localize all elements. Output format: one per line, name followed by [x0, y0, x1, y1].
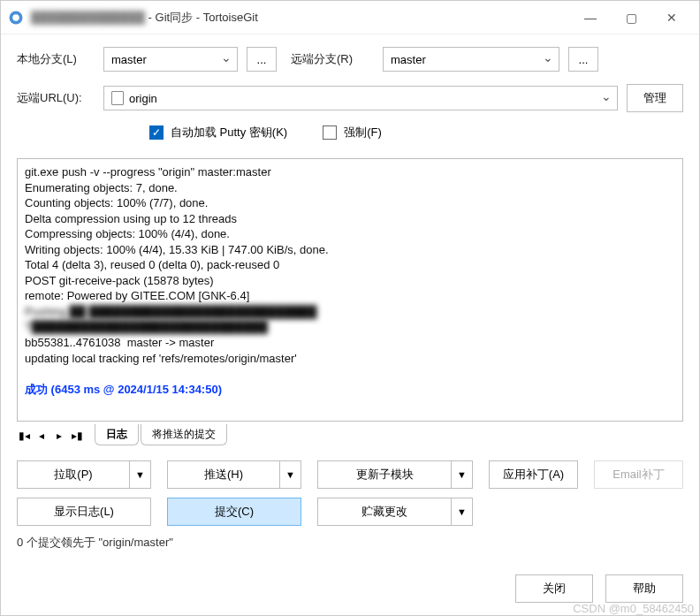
action-buttons: 拉取(P)▼ 推送(H)▼ 更新子模块▼ 应用补丁(A) Email补丁 显示日… — [1, 450, 699, 531]
manage-button[interactable]: 管理 — [627, 84, 683, 112]
minimize-button[interactable]: — — [570, 4, 611, 32]
stash-button[interactable]: 贮藏更改▼ — [317, 498, 473, 526]
tab-pending-commits[interactable]: 将推送的提交 — [141, 424, 227, 445]
close-dialog-button[interactable]: 关闭 — [515, 574, 593, 603]
tab-log[interactable]: 日志 — [95, 424, 139, 445]
watermark: CSDN @m0_58462450 — [573, 602, 694, 615]
form-area: 本地分支(L) master ... 远端分支(R) master ... 远端… — [1, 34, 699, 153]
sync-window: ██████████████ - Git同步 - TortoiseGit — ▢… — [0, 0, 700, 616]
chevron-down-icon[interactable]: ▼ — [280, 460, 301, 489]
nav-next-icon[interactable]: ▸ — [52, 428, 66, 444]
nav-last-icon[interactable]: ▸▮ — [70, 428, 84, 444]
nav-prev-icon[interactable]: ◂ — [34, 428, 49, 444]
checkbox-checked-icon: ✓ — [149, 125, 164, 140]
chevron-down-icon[interactable]: ▼ — [452, 460, 473, 489]
tab-bar: ▮◂ ◂ ▸ ▸▮ 日志 将推送的提交 — [17, 425, 683, 446]
local-branch-select[interactable]: master — [103, 47, 238, 72]
help-button[interactable]: 帮助 — [605, 574, 683, 603]
maximize-button[interactable]: ▢ — [611, 4, 651, 32]
document-icon — [111, 91, 124, 105]
log-output[interactable]: git.exe push -v --progress "origin" mast… — [17, 158, 683, 422]
svg-point-1 — [12, 14, 19, 21]
remote-branch-select[interactable]: master — [383, 47, 559, 72]
commit-button[interactable]: 提交(C) — [167, 498, 301, 526]
autoload-putty-checkbox[interactable]: ✓ 自动加载 Putty 密钥(K) — [149, 125, 287, 141]
email-patch-button: Email补丁 — [594, 460, 683, 489]
app-icon — [8, 10, 24, 26]
remote-branch-browse-button[interactable]: ... — [568, 47, 598, 72]
push-button[interactable]: 推送(H)▼ — [167, 460, 301, 489]
remote-url-select[interactable]: origin — [103, 86, 618, 110]
titlebar: ██████████████ - Git同步 - TortoiseGit — ▢… — [1, 1, 699, 34]
apply-patch-button[interactable]: 应用补丁(A) — [489, 460, 578, 489]
checkbox-unchecked-icon — [323, 125, 337, 140]
local-branch-browse-button[interactable]: ... — [247, 47, 277, 72]
chevron-down-icon[interactable]: ▼ — [452, 498, 473, 526]
show-log-button[interactable]: 显示日志(L) — [17, 498, 151, 526]
update-submodule-button[interactable]: 更新子模块▼ — [317, 460, 473, 489]
window-title: ██████████████ - Git同步 - TortoiseGit — [31, 10, 258, 26]
local-branch-label: 本地分支(L) — [17, 51, 95, 67]
force-checkbox[interactable]: 强制(F) — [323, 125, 382, 141]
status-text: 0 个提交领先于 "origin/master" — [1, 531, 699, 552]
remote-url-label: 远端URL(U): — [17, 90, 95, 106]
chevron-down-icon[interactable]: ▼ — [130, 460, 151, 489]
nav-first-icon[interactable]: ▮◂ — [17, 428, 31, 444]
remote-branch-label: 远端分支(R) — [291, 51, 374, 67]
close-button[interactable]: ✕ — [651, 4, 692, 32]
pull-button[interactable]: 拉取(P)▼ — [17, 460, 151, 489]
